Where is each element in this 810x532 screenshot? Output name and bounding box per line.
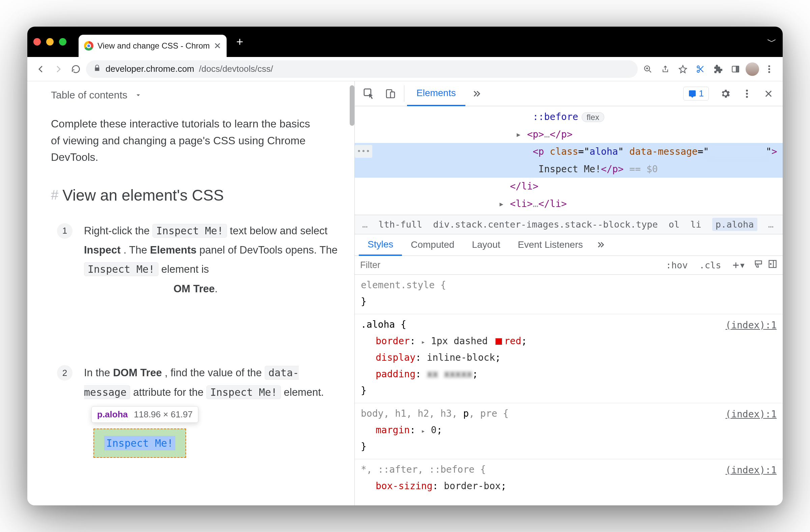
address-bar: developer.chrome.com /docs/devtools/css/ [27, 57, 783, 81]
devtools-tabbar: Elements 1 [355, 81, 783, 106]
collapse-icon[interactable]: ••• [355, 145, 372, 157]
cls-toggle[interactable]: .cls [696, 260, 724, 270]
chrome-menu-icon[interactable] [762, 62, 777, 77]
dom-node[interactable]: ::beforeflex [355, 108, 783, 126]
style-rule[interactable]: element.style { } [355, 275, 783, 314]
color-swatch[interactable] [496, 338, 502, 345]
subtab-styles[interactable]: Styles [359, 234, 402, 256]
toc-toggle[interactable]: Table of contents [51, 89, 338, 101]
code-chip: Inspect Me! [206, 385, 281, 399]
more-tabs-icon[interactable] [465, 81, 487, 106]
settings-icon[interactable] [715, 88, 736, 99]
devtools-menu-icon[interactable] [736, 89, 758, 98]
styles-filter-input[interactable] [360, 260, 658, 270]
issues-badge[interactable]: 1 [683, 87, 709, 100]
crumb-overflow-right[interactable]: … [768, 219, 774, 230]
dom-breadcrumb[interactable]: … lth-full div.stack.center-images.stack… [355, 215, 783, 234]
chevron-down-icon [134, 91, 142, 99]
crumb-overflow-left[interactable]: … [362, 219, 368, 230]
hov-toggle[interactable]: :hov [662, 260, 691, 270]
close-devtools-icon[interactable] [758, 89, 779, 98]
page-viewport: Table of contents Complete these interac… [27, 81, 354, 505]
dom-node[interactable]: ▸ <p>…</p> [355, 126, 783, 143]
crumb-item[interactable]: div.stack.center-images.stack--block.typ… [433, 219, 658, 230]
styles-tabbar: Styles Computed Layout Event Listeners [355, 234, 783, 256]
computed-sidebar-icon[interactable] [768, 259, 777, 271]
titlebar: View and change CSS - Chrom ✕ ﹀ [27, 27, 783, 57]
svg-point-11 [746, 89, 748, 92]
svg-rect-10 [390, 92, 394, 97]
scissors-icon[interactable] [693, 62, 708, 77]
site-favicon [84, 41, 93, 51]
svg-point-13 [746, 96, 748, 98]
url-field[interactable]: developer.chrome.com /docs/devtools/css/ [86, 60, 638, 78]
subtab-layout[interactable]: Layout [463, 234, 509, 255]
flex-badge[interactable]: flex [582, 112, 604, 122]
style-rule[interactable]: (index):1 *, ::after, ::before { box-siz… [355, 459, 783, 498]
dom-tree[interactable]: ::beforeflex ▸ <p>…</p> ••• <p class="al… [355, 106, 783, 215]
crumb-item[interactable]: li [690, 219, 701, 230]
back-button[interactable] [33, 62, 48, 77]
extensions-icon[interactable] [711, 62, 725, 77]
more-subtabs-icon[interactable] [592, 234, 609, 255]
minimize-window[interactable] [46, 38, 54, 46]
step-2: 2 In the DOM Tree , find the value of th… [57, 363, 338, 402]
subtab-event-listeners[interactable]: Event Listeners [509, 234, 592, 255]
dom-node[interactable]: ▸ <li>…</li> [355, 195, 783, 213]
tab-elements[interactable]: Elements [407, 81, 465, 106]
rule-source-link[interactable]: (index):1 [725, 317, 777, 333]
sidepanel-icon[interactable] [728, 62, 743, 77]
svg-point-5 [768, 65, 770, 67]
rule-source-link[interactable]: (index):1 [725, 406, 777, 422]
style-rule[interactable]: (index):1 body, h1, h2, h3, p, pre { mar… [355, 403, 783, 459]
rule-source-link[interactable]: (index):1 [725, 462, 777, 478]
inspect-element-icon[interactable] [358, 81, 380, 106]
share-icon[interactable] [658, 62, 673, 77]
subtab-computed[interactable]: Computed [402, 234, 463, 255]
close-window[interactable] [33, 38, 41, 46]
close-tab-icon[interactable]: ✕ [214, 41, 221, 51]
svg-point-1 [697, 66, 699, 68]
crumb-item[interactable]: lth-full [378, 219, 422, 230]
reload-button[interactable] [68, 62, 83, 77]
maximize-window[interactable] [59, 38, 66, 46]
zoom-icon[interactable] [641, 62, 655, 77]
dom-node-selected[interactable]: ••• <p class="aloha" data-message="xxxxx… [355, 143, 783, 161]
tab-title: View and change CSS - Chrom [97, 41, 210, 51]
bookmark-icon[interactable] [676, 62, 690, 77]
browser-tab[interactable]: View and change CSS - Chrom ✕ [79, 35, 227, 57]
new-tab-button[interactable] [232, 34, 247, 50]
styles-toolbar: :hov .cls +▾ [355, 256, 783, 275]
dom-node-text[interactable]: Inspect Me!</p> == $0 [355, 161, 783, 178]
step-1: 1 Right-click the Inspect Me! text below… [57, 221, 338, 298]
section-heading: View an element's CSS [62, 186, 224, 204]
style-rule[interactable]: (index):1 .aloha { border: ▸ 1px dashed … [355, 314, 783, 403]
forward-button[interactable] [51, 62, 66, 77]
step-number: 1 [57, 223, 72, 239]
url-path: /docs/devtools/css/ [199, 64, 273, 74]
svg-point-2 [697, 70, 699, 72]
issues-count: 1 [699, 88, 704, 99]
device-toolbar-icon[interactable] [380, 81, 401, 106]
crumb-item-current[interactable]: p.aloha [712, 218, 757, 231]
tab-overflow-icon[interactable]: ﹀ [767, 35, 777, 48]
code-chip: Inspect Me! [84, 262, 159, 276]
svg-point-12 [746, 93, 748, 95]
styles-brush-icon[interactable] [754, 259, 763, 271]
element-tooltip: p.aloha 118.96 × 61.97 [92, 406, 198, 423]
toc-label: Table of contents [51, 89, 128, 101]
window-controls [33, 38, 66, 46]
heading-anchor-icon[interactable]: # [51, 187, 58, 203]
page-scrollbar[interactable] [350, 85, 354, 126]
dom-node[interactable]: </li> [355, 178, 783, 195]
styles-rules: element.style { } (index):1 .aloha { bor… [355, 275, 783, 505]
devtools-panel: Elements 1 [354, 81, 783, 505]
svg-point-6 [768, 68, 770, 70]
crumb-item[interactable]: ol [669, 219, 680, 230]
inspect-target[interactable]: Inspect Me! [93, 429, 186, 458]
step-number: 2 [57, 365, 72, 381]
svg-rect-4 [736, 66, 739, 72]
profile-avatar[interactable] [746, 62, 759, 76]
url-domain: developer.chrome.com [106, 64, 194, 74]
new-rule-icon[interactable]: +▾ [729, 259, 749, 271]
